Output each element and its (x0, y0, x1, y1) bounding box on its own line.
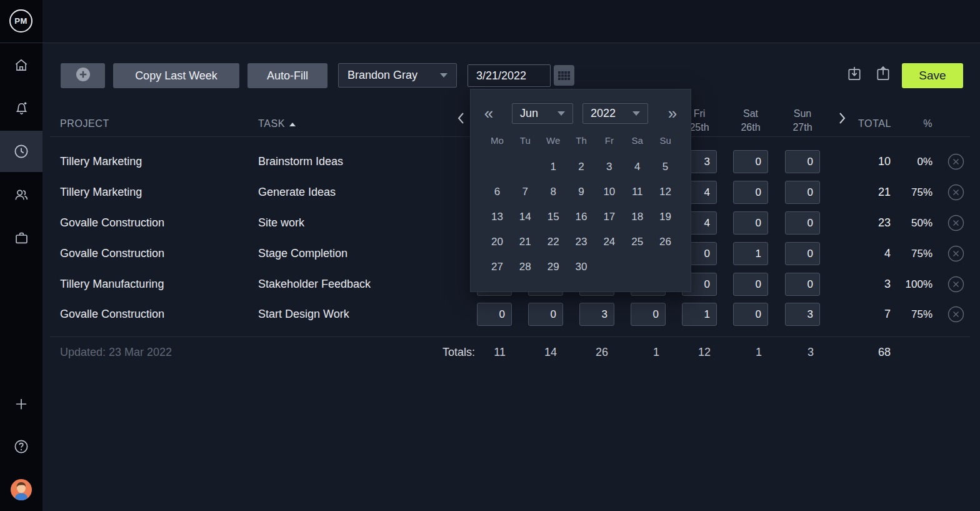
hours-cell[interactable]: 0 (733, 273, 768, 296)
scroll-days-left-button[interactable] (456, 111, 465, 128)
calendar-day[interactable]: 8 (539, 180, 568, 205)
calendar-day[interactable]: 28 (511, 255, 539, 280)
project-cell: Govalle Construction (60, 299, 164, 330)
sidebar-item-home[interactable] (0, 45, 42, 85)
delete-row-button[interactable] (948, 215, 964, 231)
sidebar-item-team[interactable] (0, 175, 42, 215)
member-dropdown[interactable]: Brandon Gray (338, 63, 457, 88)
hours-cell[interactable]: 0 (733, 303, 768, 326)
task-cell: Site work (258, 208, 304, 238)
hours-cell[interactable]: 1 (733, 242, 768, 265)
year-dropdown[interactable]: 2022 (582, 103, 648, 124)
calendar-day[interactable]: 12 (651, 180, 679, 205)
task-cell: Start Design Work (258, 299, 349, 330)
next-month-button[interactable]: » (664, 103, 681, 123)
date-input[interactable]: 3/21/2022 (468, 64, 551, 87)
delete-row-button[interactable] (948, 245, 964, 262)
hours-cell[interactable]: 0 (733, 150, 768, 173)
day-total: 26 (579, 343, 608, 362)
row-percent: 75% (876, 177, 932, 208)
calendar-day[interactable]: 17 (595, 205, 623, 230)
column-header-task[interactable]: TASK (258, 118, 296, 129)
sidebar-item-profile[interactable] (0, 470, 42, 510)
weekday-label: Tu (511, 132, 539, 148)
calendar-day[interactable]: 7 (511, 180, 539, 205)
calendar-day[interactable]: 10 (595, 180, 623, 205)
calendar-day[interactable]: 20 (483, 230, 511, 255)
calendar-day[interactable]: 1 (539, 154, 568, 180)
hours-cell[interactable]: 0 (477, 303, 512, 326)
hours-cell[interactable]: 0 (733, 181, 768, 204)
calendar-day[interactable]: 2 (568, 154, 596, 180)
calendar-day[interactable]: 26 (651, 230, 679, 255)
import-button[interactable] (845, 64, 864, 86)
calendar-day[interactable]: 3 (595, 154, 623, 180)
calendar-toggle-button[interactable] (554, 65, 574, 86)
copy-last-week-button[interactable]: Copy Last Week (113, 63, 239, 88)
delete-row-button[interactable] (948, 153, 964, 170)
column-header-project[interactable]: PROJECT (60, 118, 109, 129)
add-row-button[interactable] (61, 63, 105, 88)
calendar-day[interactable]: 14 (511, 205, 539, 230)
pm-logo: PM (9, 9, 32, 33)
scroll-days-right-button[interactable] (838, 111, 846, 128)
day-total: 14 (528, 343, 557, 362)
calendar-day[interactable]: 24 (595, 230, 623, 255)
weekday-label: Th (568, 132, 596, 148)
month-dropdown[interactable]: Jun (512, 103, 573, 124)
prev-month-button[interactable]: « (481, 103, 497, 123)
calendar-day[interactable]: 30 (568, 255, 596, 280)
day-total: 1 (733, 343, 762, 362)
calendar-day[interactable]: 19 (651, 205, 679, 230)
calendar-days-grid: 1 2 3 4 5 6 7 8 9 10 11 12 13 14 15 16 1… (483, 154, 679, 280)
download-icon (846, 64, 863, 86)
calendar-day[interactable]: 23 (568, 230, 596, 255)
row-percent: 50% (876, 208, 932, 238)
timesheet-app: PM Copy Last Week Auto-Fill Bra (0, 0, 980, 511)
calendar-day[interactable]: 5 (651, 154, 679, 180)
chevron-down-icon (632, 111, 640, 116)
calendar-day (651, 255, 679, 280)
hours-cell[interactable]: 0 (528, 303, 563, 326)
export-button[interactable] (874, 64, 892, 86)
row-percent: 100% (876, 269, 932, 300)
day-total: 12 (682, 343, 711, 362)
day-total: 3 (785, 343, 814, 362)
calendar-day[interactable]: 4 (623, 154, 651, 180)
calendar-day[interactable]: 22 (539, 230, 568, 255)
calendar-day[interactable]: 29 (539, 255, 568, 280)
sidebar-item-help[interactable] (0, 427, 42, 467)
day-total: 11 (477, 343, 506, 362)
calendar-day[interactable]: 6 (483, 180, 511, 205)
hours-cell[interactable]: 3 (579, 303, 614, 326)
hours-cell[interactable]: 0 (631, 303, 666, 326)
calendar-day[interactable]: 9 (568, 180, 596, 205)
sidebar-item-alerts[interactable] (0, 88, 42, 128)
sidebar-item-portfolio[interactable] (0, 218, 42, 258)
calendar-day[interactable]: 11 (623, 180, 651, 205)
delete-row-button[interactable] (948, 276, 964, 293)
calendar-day[interactable]: 21 (511, 230, 539, 255)
sidebar-item-timesheets[interactable] (0, 131, 42, 172)
auto-fill-button[interactable]: Auto-Fill (248, 63, 328, 88)
hours-cell[interactable]: 0 (733, 211, 768, 235)
calendar-day[interactable]: 18 (623, 205, 651, 230)
double-chevron-left-icon: « (484, 105, 493, 121)
delete-row-button[interactable] (948, 306, 964, 323)
calendar-day[interactable]: 27 (483, 255, 511, 280)
task-cell: Stakeholder Feedback (258, 269, 371, 300)
calendar-day[interactable]: 25 (623, 230, 651, 255)
day-header-sat: Sat26th (733, 107, 768, 134)
delete-row-button[interactable] (948, 184, 964, 201)
save-button[interactable]: Save (902, 63, 963, 88)
weekday-label: Sa (623, 132, 651, 148)
sidebar-item-add[interactable] (0, 384, 42, 424)
grand-total: 68 (812, 343, 891, 362)
calendar-day[interactable]: 15 (539, 205, 568, 230)
project-cell: Tillery Manufacturing (60, 269, 164, 300)
project-cell: Govalle Construction (60, 238, 164, 269)
team-users-icon (12, 186, 30, 203)
hours-cell[interactable]: 1 (682, 303, 717, 326)
calendar-day[interactable]: 13 (483, 205, 511, 230)
calendar-day[interactable]: 16 (568, 205, 596, 230)
